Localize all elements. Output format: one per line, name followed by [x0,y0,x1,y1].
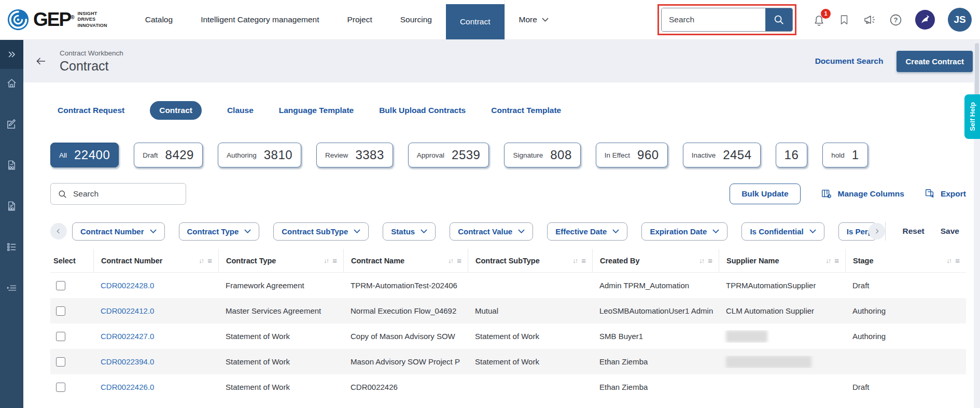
row-checkbox[interactable] [56,357,65,367]
column-menu-icon[interactable]: ≡ [708,256,712,265]
user-avatar[interactable]: JS [948,8,972,32]
topnav-item-sourcing[interactable]: Sourcing [386,0,446,39]
tab-language-template[interactable]: Language Template [279,106,354,115]
back-button[interactable] [35,55,47,67]
column-menu-icon[interactable]: ≡ [581,256,586,265]
export-button[interactable]: Export [924,188,966,200]
sort-icon[interactable]: ↓↑ [946,257,951,264]
filter-pill-contract-type[interactable]: Contract Type [179,222,260,241]
save-filters-button[interactable]: Save [941,227,959,236]
contract-number-link[interactable]: CDR0022394.0 [101,357,154,366]
status-chip-count: 2454 [723,148,751,162]
topnav-item-catalog[interactable]: Catalog [131,0,187,39]
sidebar-expand-button[interactable] [0,40,23,69]
filters-scroll-right-button[interactable] [869,223,885,240]
sort-icon[interactable]: ↓↑ [324,257,328,264]
status-chip-draft[interactable]: Draft8429 [134,143,203,167]
column-menu-icon[interactable]: ≡ [834,256,839,265]
filters-scroll-left-button[interactable] [50,223,67,240]
main-content: Contract RequestContractClauseLanguage T… [23,82,980,408]
filter-pill-effective-date[interactable]: Effective Date [547,222,627,241]
manage-columns-button[interactable]: Manage Columns [820,188,904,200]
contract-number-link[interactable]: CDR0022427.0 [101,332,154,341]
contract-number-cell: CDR0022427.0 [93,332,218,341]
help-button[interactable]: ? [889,13,902,26]
create-contract-button[interactable]: Create Contract [897,51,973,72]
column-menu-icon[interactable]: ≡ [457,256,461,265]
status-chip-in-effect[interactable]: In Effect960 [596,143,668,167]
sidebar-item-create[interactable] [6,118,18,130]
status-chip-review[interactable]: Review3383 [316,143,393,167]
topnav-item-intelligent-category-management[interactable]: Intelligent Category management [187,0,333,39]
contract-type-cell: Statement of Work [218,332,343,341]
row-checkbox[interactable] [56,281,65,290]
filter-pill-is-confidential[interactable]: Is Confidential [741,222,824,241]
sidebar-item-workflow[interactable] [6,282,18,294]
topnav-item-project[interactable]: Project [333,0,386,39]
status-chip-row: All22400Draft8429Authoring3810Review3383… [50,143,966,167]
contract-number-link[interactable]: CDR0022426.0 [101,383,154,391]
filter-pill-status[interactable]: Status [383,222,436,241]
tab-contract[interactable]: Contract [150,101,202,120]
column-controls: ↓↑≡ [825,256,839,265]
filter-pill-contract-subtype[interactable]: Contract SubType [273,222,369,241]
table-search-input[interactable] [73,189,179,199]
status-chip-count: 960 [637,148,659,162]
filter-bar: Contract NumberContract TypeContract Sub… [50,222,966,241]
status-chip-all[interactable]: All22400 [50,143,119,167]
cell-text: Authoring [852,306,886,315]
status-chip-label: Review [325,151,348,159]
topnav-item-contract[interactable]: Contract [446,4,505,39]
column-menu-icon[interactable]: ≡ [207,256,212,265]
status-chip-hold[interactable]: hold1 [822,143,867,167]
global-search-input[interactable] [662,8,765,31]
sort-icon[interactable]: ↓↑ [825,257,830,264]
sidebar-item-clause-documents[interactable] [6,200,18,212]
edit-icon [6,118,18,130]
announcements-button[interactable] [863,13,876,26]
column-menu-icon[interactable]: ≡ [332,256,337,265]
status-chip-signature[interactable]: Signature808 [504,143,580,167]
sort-icon[interactable]: ↓↑ [572,257,577,264]
sidebar-item-home[interactable] [6,77,18,89]
status-chip-approval[interactable]: Approval2539 [408,143,489,167]
self-help-label: Self Help [969,102,976,131]
page-title: Contract [60,59,123,74]
column-menu-icon[interactable]: ≡ [955,256,960,265]
reset-filters-button[interactable]: Reset [902,227,924,236]
global-search-button[interactable] [765,8,792,31]
contract-number-link[interactable]: CDR0022428.0 [101,281,154,290]
tab-clause[interactable]: Clause [227,106,254,115]
bookmarks-button[interactable] [838,13,850,26]
top-navbar: GEP INSIGHT DRIVES INNOVATION CatalogInt… [0,0,980,40]
sort-icon[interactable]: ↓↑ [448,257,453,264]
tab-bulk-upload-contracts[interactable]: Bulk Upload Contracts [379,106,466,115]
sidebar-item-contract-documents[interactable] [6,159,18,171]
row-checkbox[interactable] [56,332,65,341]
contract-number-link[interactable]: CDR0022412.0 [101,306,154,315]
status-chip-authoring[interactable]: Authoring3810 [218,143,301,167]
sidebar-item-task-list[interactable] [6,241,18,253]
gep-swirl-icon [6,8,30,32]
gep-apps-button[interactable] [915,10,935,30]
tab-contract-template[interactable]: Contract Template [491,106,561,115]
gep-logo[interactable]: GEP INSIGHT DRIVES INNOVATION [0,0,111,39]
row-checkbox[interactable] [56,306,65,316]
self-help-tab[interactable]: Self Help [964,94,980,139]
document-search-link[interactable]: Document Search [815,57,884,66]
topnav-item-more[interactable]: More [505,0,563,39]
status-chip-label: Authoring [227,151,257,159]
sort-icon[interactable]: ↓↑ [199,257,203,264]
filter-pill-expiration-date[interactable]: Expiration Date [641,222,727,241]
filter-pill-contract-number[interactable]: Contract Number [72,222,165,241]
sort-icon[interactable]: ↓↑ [699,257,704,264]
status-chip-16[interactable]: 16 [776,143,808,167]
bulk-update-button[interactable]: Bulk Update [730,184,800,204]
search-icon [58,189,67,199]
filter-pill-contract-value[interactable]: Contract Value [450,222,533,241]
row-checkbox[interactable] [56,383,65,392]
notifications-button[interactable]: 1 [813,13,825,26]
tab-contract-request[interactable]: Contract Request [58,106,124,115]
manage-columns-label: Manage Columns [838,189,904,199]
status-chip-inactive[interactable]: Inactive2454 [683,143,761,167]
